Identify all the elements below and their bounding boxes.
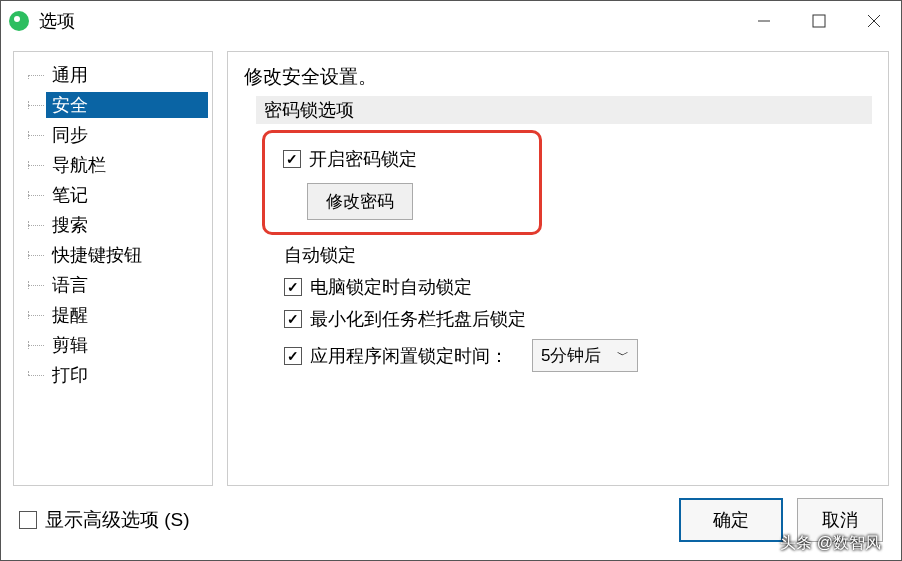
password-lock-group: 开启密码锁定 修改密码 xyxy=(262,130,542,235)
sidebar-item[interactable]: 导航栏 xyxy=(18,150,208,180)
cancel-button[interactable]: 取消 xyxy=(797,498,883,542)
show-advanced-label: 显示高级选项 (S) xyxy=(45,507,190,533)
sidebar-item-label: 语言 xyxy=(46,272,208,298)
sidebar-item-label: 搜索 xyxy=(46,212,208,238)
idle-lock-label: 应用程序闲置锁定时间： xyxy=(310,344,508,368)
sidebar-item[interactable]: 语言 xyxy=(18,270,208,300)
lock-on-minimize-label: 最小化到任务栏托盘后锁定 xyxy=(310,307,526,331)
sidebar-item-label: 同步 xyxy=(46,122,208,148)
sidebar-item[interactable]: 搜索 xyxy=(18,210,208,240)
maximize-button[interactable] xyxy=(791,1,846,41)
password-section-header: 密码锁选项 xyxy=(256,96,872,124)
sidebar-item[interactable]: 笔记 xyxy=(18,180,208,210)
content-panel: 修改安全设置。 密码锁选项 开启密码锁定 修改密码 自动锁定 电脑锁定时自动锁定… xyxy=(227,51,889,486)
footer: 显示高级选项 (S) 确定 取消 xyxy=(1,486,901,560)
section-heading: 修改安全设置。 xyxy=(244,64,872,90)
sidebar-item-label: 快捷键按钮 xyxy=(46,242,208,268)
sidebar-item[interactable]: 打印 xyxy=(18,360,208,390)
idle-lock-select[interactable]: 5分钟后 ﹀ xyxy=(532,339,638,372)
window-controls xyxy=(736,1,901,41)
sidebar-item-label: 安全 xyxy=(46,92,208,118)
idle-lock-row: 应用程序闲置锁定时间： 5分钟后 ﹀ xyxy=(284,339,872,372)
sidebar-item-label: 打印 xyxy=(46,362,208,388)
footer-buttons: 确定 取消 xyxy=(679,498,883,542)
lock-on-pc-lock-label: 电脑锁定时自动锁定 xyxy=(310,275,472,299)
enable-password-lock-label: 开启密码锁定 xyxy=(309,147,417,171)
show-advanced-checkbox[interactable]: 显示高级选项 (S) xyxy=(19,507,190,533)
sidebar-item-label: 剪辑 xyxy=(46,332,208,358)
body-area: 通用安全同步导航栏笔记搜索快捷键按钮语言提醒剪辑打印 修改安全设置。 密码锁选项… xyxy=(1,41,901,486)
lock-on-pc-lock-checkbox[interactable]: 电脑锁定时自动锁定 xyxy=(284,275,872,299)
checkmark-icon xyxy=(284,347,302,365)
checkmark-icon xyxy=(284,310,302,328)
idle-lock-value: 5分钟后 xyxy=(541,344,601,367)
titlebar: 选项 xyxy=(1,1,901,41)
auto-lock-header: 自动锁定 xyxy=(284,243,872,267)
chevron-down-icon: ﹀ xyxy=(617,347,629,364)
sidebar-item[interactable]: 快捷键按钮 xyxy=(18,240,208,270)
app-icon xyxy=(9,11,29,31)
auto-lock-section: 电脑锁定时自动锁定 最小化到任务栏托盘后锁定 应用程序闲置锁定时间： 5分钟后 … xyxy=(284,275,872,372)
checkmark-icon xyxy=(283,150,301,168)
sidebar-item[interactable]: 通用 xyxy=(18,60,208,90)
window-title: 选项 xyxy=(39,9,75,33)
sidebar-item-label: 通用 xyxy=(46,62,208,88)
checkmark-icon xyxy=(284,278,302,296)
sidebar-item-label: 笔记 xyxy=(46,182,208,208)
minimize-button[interactable] xyxy=(736,1,791,41)
sidebar-item[interactable]: 剪辑 xyxy=(18,330,208,360)
options-window: 选项 通用安全同步导航栏笔记搜索快捷键按钮语言提醒剪辑打印 修改安全设置。 密码… xyxy=(0,0,902,561)
sidebar-item[interactable]: 同步 xyxy=(18,120,208,150)
svg-rect-1 xyxy=(813,15,825,27)
sidebar-item[interactable]: 安全 xyxy=(18,90,208,120)
sidebar: 通用安全同步导航栏笔记搜索快捷键按钮语言提醒剪辑打印 xyxy=(13,51,213,486)
lock-on-minimize-checkbox[interactable]: 最小化到任务栏托盘后锁定 xyxy=(284,307,872,331)
ok-button[interactable]: 确定 xyxy=(679,498,783,542)
change-password-button[interactable]: 修改密码 xyxy=(307,183,413,220)
close-button[interactable] xyxy=(846,1,901,41)
enable-password-lock-checkbox[interactable]: 开启密码锁定 xyxy=(283,147,521,171)
sidebar-item[interactable]: 提醒 xyxy=(18,300,208,330)
checkbox-icon xyxy=(19,511,37,529)
sidebar-item-label: 提醒 xyxy=(46,302,208,328)
sidebar-item-label: 导航栏 xyxy=(46,152,208,178)
